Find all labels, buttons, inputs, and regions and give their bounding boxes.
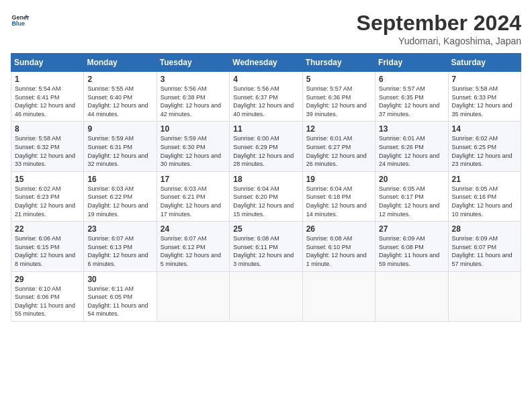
svg-text:Blue: Blue xyxy=(11,20,25,27)
day-info: Sunrise: 6:02 AMSunset: 6:23 PMDaylight:… xyxy=(15,185,80,218)
day-info: Sunrise: 5:59 AMSunset: 6:31 PMDaylight:… xyxy=(87,134,152,168)
day-number: 29 xyxy=(15,275,80,284)
calendar-cell: 5 Sunrise: 5:57 AMSunset: 6:36 PMDayligh… xyxy=(302,72,375,122)
day-number: 6 xyxy=(379,75,444,84)
day-info: Sunrise: 6:03 AMSunset: 6:22 PMDaylight:… xyxy=(87,185,152,218)
day-info: Sunrise: 6:05 AMSunset: 6:17 PMDaylight:… xyxy=(379,185,444,218)
day-number: 22 xyxy=(15,224,80,234)
calendar-cell: 11 Sunrise: 6:00 AMSunset: 6:29 PMDaylig… xyxy=(230,122,302,171)
calendar-cell: 9 Sunrise: 5:59 AMSunset: 6:31 PMDayligh… xyxy=(84,122,157,171)
column-header-monday: Monday xyxy=(84,54,157,72)
day-info: Sunrise: 5:58 AMSunset: 6:33 PMDaylight:… xyxy=(452,85,517,118)
day-number: 18 xyxy=(233,175,298,184)
calendar-cell: 23 Sunrise: 6:07 AMSunset: 6:13 PMDaylig… xyxy=(84,222,157,271)
calendar-cell: 8 Sunrise: 5:58 AMSunset: 6:32 PMDayligh… xyxy=(11,122,84,171)
day-info: Sunrise: 5:57 AMSunset: 6:36 PMDaylight:… xyxy=(306,85,371,118)
calendar-header-row: SundayMondayTuesdayWednesdayThursdayFrid… xyxy=(11,54,521,72)
page-title: September 2024 xyxy=(357,11,521,36)
day-number: 3 xyxy=(161,75,226,84)
calendar-cell xyxy=(230,271,302,321)
day-number: 1 xyxy=(15,75,80,84)
calendar-cell: 29 Sunrise: 6:10 AMSunset: 6:06 PMDaylig… xyxy=(11,271,84,321)
day-info: Sunrise: 5:57 AMSunset: 6:35 PMDaylight:… xyxy=(379,85,444,118)
day-info: Sunrise: 6:08 AMSunset: 6:10 PMDaylight:… xyxy=(306,234,371,268)
day-number: 8 xyxy=(15,124,80,134)
calendar-cell: 21 Sunrise: 6:05 AMSunset: 6:16 PMDaylig… xyxy=(448,171,521,221)
day-number: 12 xyxy=(306,124,371,134)
day-number: 28 xyxy=(452,224,517,234)
logo: General Blue xyxy=(11,11,30,30)
calendar-table: SundayMondayTuesdayWednesdayThursdayFrid… xyxy=(11,53,521,322)
column-header-sunday: Sunday xyxy=(11,54,84,72)
calendar-cell: 19 Sunrise: 6:04 AMSunset: 6:18 PMDaylig… xyxy=(302,171,375,221)
title-area: September 2024 Yudomari, Kagoshima, Japa… xyxy=(357,11,521,46)
day-number: 20 xyxy=(379,175,444,184)
calendar-cell: 3 Sunrise: 5:56 AMSunset: 6:38 PMDayligh… xyxy=(157,72,229,122)
column-header-tuesday: Tuesday xyxy=(157,54,229,72)
calendar-cell: 12 Sunrise: 6:01 AMSunset: 6:27 PMDaylig… xyxy=(302,122,375,171)
day-number: 19 xyxy=(306,175,371,184)
calendar-cell: 2 Sunrise: 5:55 AMSunset: 6:40 PMDayligh… xyxy=(84,72,157,122)
day-info: Sunrise: 6:03 AMSunset: 6:21 PMDaylight:… xyxy=(161,185,226,218)
calendar-cell: 16 Sunrise: 6:03 AMSunset: 6:22 PMDaylig… xyxy=(84,171,157,221)
calendar-cell: 24 Sunrise: 6:07 AMSunset: 6:12 PMDaylig… xyxy=(157,222,229,271)
day-number: 27 xyxy=(379,224,444,234)
day-info: Sunrise: 6:01 AMSunset: 6:26 PMDaylight:… xyxy=(379,134,444,168)
calendar-week-row: 29 Sunrise: 6:10 AMSunset: 6:06 PMDaylig… xyxy=(11,271,521,321)
day-info: Sunrise: 6:02 AMSunset: 6:25 PMDaylight:… xyxy=(452,134,517,168)
day-number: 21 xyxy=(452,175,517,184)
day-info: Sunrise: 6:06 AMSunset: 6:15 PMDaylight:… xyxy=(15,234,80,268)
calendar-cell: 7 Sunrise: 5:58 AMSunset: 6:33 PMDayligh… xyxy=(448,72,521,122)
calendar-week-row: 1 Sunrise: 5:54 AMSunset: 6:41 PMDayligh… xyxy=(11,72,521,122)
day-info: Sunrise: 6:08 AMSunset: 6:11 PMDaylight:… xyxy=(233,234,298,268)
day-number: 2 xyxy=(87,75,152,84)
day-number: 24 xyxy=(161,224,226,234)
calendar-cell: 20 Sunrise: 6:05 AMSunset: 6:17 PMDaylig… xyxy=(375,171,448,221)
day-info: Sunrise: 6:07 AMSunset: 6:13 PMDaylight:… xyxy=(87,234,152,268)
calendar-cell: 13 Sunrise: 6:01 AMSunset: 6:26 PMDaylig… xyxy=(375,122,448,171)
day-info: Sunrise: 5:56 AMSunset: 6:37 PMDaylight:… xyxy=(233,85,298,118)
calendar-cell xyxy=(448,271,521,321)
calendar-cell: 14 Sunrise: 6:02 AMSunset: 6:25 PMDaylig… xyxy=(448,122,521,171)
page-header: General Blue September 2024 Yudomari, Ka… xyxy=(11,11,521,46)
day-info: Sunrise: 6:09 AMSunset: 6:08 PMDaylight:… xyxy=(379,234,444,268)
calendar-cell: 17 Sunrise: 6:03 AMSunset: 6:21 PMDaylig… xyxy=(157,171,229,221)
calendar-cell: 1 Sunrise: 5:54 AMSunset: 6:41 PMDayligh… xyxy=(11,72,84,122)
calendar-cell: 6 Sunrise: 5:57 AMSunset: 6:35 PMDayligh… xyxy=(375,72,448,122)
day-info: Sunrise: 6:10 AMSunset: 6:06 PMDaylight:… xyxy=(15,285,80,318)
day-info: Sunrise: 6:04 AMSunset: 6:20 PMDaylight:… xyxy=(233,185,298,218)
calendar-cell: 4 Sunrise: 5:56 AMSunset: 6:37 PMDayligh… xyxy=(230,72,302,122)
calendar-cell: 18 Sunrise: 6:04 AMSunset: 6:20 PMDaylig… xyxy=(230,171,302,221)
day-info: Sunrise: 6:05 AMSunset: 6:16 PMDaylight:… xyxy=(452,185,517,218)
day-info: Sunrise: 5:56 AMSunset: 6:38 PMDaylight:… xyxy=(161,85,226,118)
day-info: Sunrise: 5:55 AMSunset: 6:40 PMDaylight:… xyxy=(87,85,152,118)
column-header-thursday: Thursday xyxy=(302,54,375,72)
day-info: Sunrise: 5:54 AMSunset: 6:41 PMDaylight:… xyxy=(15,85,80,118)
calendar-cell: 28 Sunrise: 6:09 AMSunset: 6:07 PMDaylig… xyxy=(448,222,521,271)
logo-icon: General Blue xyxy=(11,11,30,30)
day-info: Sunrise: 6:01 AMSunset: 6:27 PMDaylight:… xyxy=(306,134,371,168)
day-number: 10 xyxy=(161,124,226,134)
day-number: 7 xyxy=(452,75,517,84)
calendar-cell: 27 Sunrise: 6:09 AMSunset: 6:08 PMDaylig… xyxy=(375,222,448,271)
day-info: Sunrise: 6:04 AMSunset: 6:18 PMDaylight:… xyxy=(306,185,371,218)
column-header-wednesday: Wednesday xyxy=(230,54,302,72)
calendar-week-row: 8 Sunrise: 5:58 AMSunset: 6:32 PMDayligh… xyxy=(11,122,521,171)
calendar-cell: 22 Sunrise: 6:06 AMSunset: 6:15 PMDaylig… xyxy=(11,222,84,271)
day-info: Sunrise: 5:59 AMSunset: 6:30 PMDaylight:… xyxy=(161,134,226,168)
calendar-cell: 26 Sunrise: 6:08 AMSunset: 6:10 PMDaylig… xyxy=(302,222,375,271)
calendar-cell: 25 Sunrise: 6:08 AMSunset: 6:11 PMDaylig… xyxy=(230,222,302,271)
day-info: Sunrise: 6:07 AMSunset: 6:12 PMDaylight:… xyxy=(161,234,226,268)
day-number: 15 xyxy=(15,175,80,184)
day-number: 13 xyxy=(379,124,444,134)
day-number: 25 xyxy=(233,224,298,234)
day-info: Sunrise: 6:00 AMSunset: 6:29 PMDaylight:… xyxy=(233,134,298,168)
day-info: Sunrise: 5:58 AMSunset: 6:32 PMDaylight:… xyxy=(15,134,80,168)
day-number: 9 xyxy=(87,124,152,134)
calendar-cell: 30 Sunrise: 6:11 AMSunset: 6:05 PMDaylig… xyxy=(84,271,157,321)
day-number: 5 xyxy=(306,75,371,84)
column-header-saturday: Saturday xyxy=(448,54,521,72)
calendar-cell: 10 Sunrise: 5:59 AMSunset: 6:30 PMDaylig… xyxy=(157,122,229,171)
day-number: 23 xyxy=(87,224,152,234)
column-header-friday: Friday xyxy=(375,54,448,72)
